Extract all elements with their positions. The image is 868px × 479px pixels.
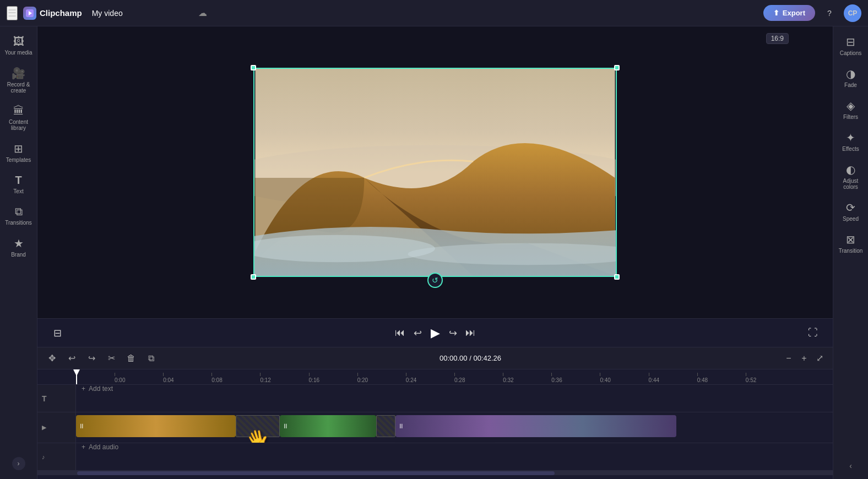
caption-toggle-button[interactable]: ⊟ — [48, 324, 66, 342]
topbar: ☰ Clipchamp ☁ ⬆ Export ? CP — [0, 0, 868, 26]
fast-forward-button[interactable]: ↪ — [444, 324, 462, 342]
undo-button[interactable]: ↩ — [64, 351, 79, 366]
sidebar-collapse-button[interactable]: › — [12, 457, 25, 470]
right-tool-filters[interactable]: ◈ Filters — [836, 95, 866, 124]
resize-handle-br[interactable] — [614, 274, 620, 280]
right-sidebar-collapse[interactable]: ‹ — [849, 461, 852, 470]
time-display: 00:00.00 / 00:42.26 — [163, 354, 778, 362]
right-tool-effects[interactable]: ✦ Effects — [836, 127, 866, 156]
ruler-mark: 0:28 — [454, 373, 503, 384]
ruler-mark: 0:36 — [551, 373, 600, 384]
main-content: 🖼 Your media 🎥 Record & create 🏛 Content… — [0, 26, 868, 479]
duplicate-button[interactable]: ⧉ — [143, 351, 159, 366]
add-icon: + — [82, 385, 85, 393]
video-frame[interactable] — [253, 68, 617, 277]
adjust-colors-icon: ◐ — [846, 163, 855, 176]
add-audio-label: Add audio — [89, 443, 118, 451]
resize-handle-bl[interactable] — [251, 274, 256, 280]
video-track-icon: ▶ — [42, 424, 46, 431]
video-clip-2[interactable]: ⏸ — [280, 415, 376, 437]
zoom-in-button[interactable]: + — [798, 352, 811, 365]
add-audio-button[interactable]: + Add audio — [76, 443, 833, 451]
timeline-scrollbar[interactable] — [37, 471, 833, 475]
sidebar-item-templates[interactable]: ⊞ Templates — [2, 138, 35, 167]
sidebar-item-transitions[interactable]: ⧉ Transitions — [2, 201, 35, 230]
speed-label: Speed — [843, 216, 859, 222]
fullscreen-button[interactable]: ⛶ — [804, 324, 822, 342]
sidebar-item-text[interactable]: T Text — [2, 170, 35, 199]
timeline-gap-2[interactable] — [376, 415, 395, 437]
add-text-label: Add text — [89, 385, 113, 393]
ruler-mark: 0:44 — [649, 373, 697, 384]
timeline-toolbar: ✥ ↩ ↪ ✂ 🗑 ⧉ 00:00.00 / 00:42.26 − + ⤢ — [37, 347, 833, 369]
filters-label: Filters — [843, 114, 858, 120]
sidebar-label-content-library: Content library — [4, 119, 33, 131]
sidebar-item-brand-kit[interactable]: ★ Brand — [2, 232, 35, 262]
sidebar-item-your-media[interactable]: 🖼 Your media — [2, 31, 35, 60]
skip-forward-button[interactable]: ⏭ — [462, 324, 479, 342]
play-button[interactable]: ▶ — [426, 324, 444, 342]
video-clip-1[interactable]: ⏸ — [76, 415, 236, 437]
hamburger-button[interactable]: ☰ — [7, 6, 18, 20]
help-button[interactable]: ? — [821, 4, 838, 22]
transition-icon: ⊠ — [846, 233, 855, 246]
video-track-row: ▶ ⏸ ⏸ — [37, 412, 833, 443]
filters-icon: ◈ — [847, 99, 855, 112]
clip-pause-icon-3: ⏸ — [398, 422, 404, 430]
video-clip-3[interactable]: ⏸ — [395, 415, 676, 437]
cloud-save-icon: ☁ — [198, 8, 207, 18]
resize-handle-tl[interactable] — [251, 65, 256, 70]
speed-icon: ⟳ — [846, 201, 855, 214]
right-tool-transition[interactable]: ⊠ Transition — [836, 228, 866, 258]
scrollbar-thumb[interactable] — [77, 471, 554, 475]
timeline-tracks: T + Add text ▶ — [37, 385, 833, 471]
aspect-ratio-badge[interactable]: 16:9 — [766, 33, 789, 44]
right-tool-adjust-colors[interactable]: ◐ Adjust colors — [836, 159, 866, 194]
right-tool-speed[interactable]: ⟳ Speed — [836, 197, 866, 226]
sidebar-label-your-media: Your media — [4, 50, 32, 56]
export-button[interactable]: ⬆ Export — [763, 5, 815, 21]
right-tool-fade[interactable]: ◑ Fade — [836, 63, 866, 92]
playhead-head — [73, 369, 80, 376]
video-title-input[interactable] — [88, 7, 193, 20]
audio-track-row: ♪ + Add audio — [37, 443, 833, 471]
redo-button[interactable]: ↪ — [84, 351, 99, 366]
your-media-icon: 🖼 — [13, 35, 24, 48]
playhead[interactable] — [76, 369, 77, 384]
skip-back-button[interactable]: ⏮ — [391, 324, 409, 342]
sidebar-item-content-library[interactable]: 🏛 Content library — [2, 100, 35, 135]
ruler-mark: 0:16 — [309, 373, 357, 384]
zoom-fit-button[interactable]: ⤢ — [813, 352, 826, 365]
resize-handle-tr[interactable] — [614, 65, 620, 70]
right-tool-captions[interactable]: ⊟ Captions — [836, 31, 866, 61]
text-icon: T — [15, 174, 21, 187]
video-track-content[interactable]: ⏸ ⏸ ⏸ — [76, 412, 833, 443]
ruler-mark: 0:04 — [163, 373, 211, 384]
effects-icon: ✦ — [846, 131, 855, 144]
text-track-icon: T — [42, 394, 47, 403]
app-logo: Clipchamp — [23, 7, 82, 20]
video-content — [254, 69, 616, 276]
video-rotation-handle[interactable]: ↺ — [427, 273, 443, 288]
rewind-button[interactable]: ↩ — [409, 324, 426, 342]
avatar[interactable]: CP — [844, 4, 861, 22]
add-text-button[interactable]: + Add text — [76, 385, 833, 393]
delete-button[interactable]: 🗑 — [123, 351, 139, 366]
sidebar-label-templates: Templates — [6, 157, 31, 163]
ruler-mark: 0:20 — [357, 373, 406, 384]
cut-button[interactable]: ✂ — [104, 351, 119, 366]
video-track-label: ▶ — [37, 412, 76, 443]
effects-label: Effects — [842, 146, 859, 152]
audio-track-label: ♪ — [37, 443, 76, 470]
center-area: 16:9 — [37, 26, 833, 479]
transition-label: Transition — [839, 248, 863, 254]
sidebar-item-record[interactable]: 🎥 Record & create — [2, 62, 35, 98]
ruler-mark: 0:12 — [260, 373, 308, 384]
track-edit-tool[interactable]: ✥ — [44, 351, 59, 366]
timeline-gap-1[interactable] — [236, 415, 280, 437]
clip-pause-icon: ⏸ — [78, 422, 85, 430]
text-track-label: T — [37, 385, 76, 412]
video-frame-container: ↺ — [253, 68, 617, 277]
templates-icon: ⊞ — [14, 142, 23, 155]
zoom-out-button[interactable]: − — [782, 352, 795, 365]
